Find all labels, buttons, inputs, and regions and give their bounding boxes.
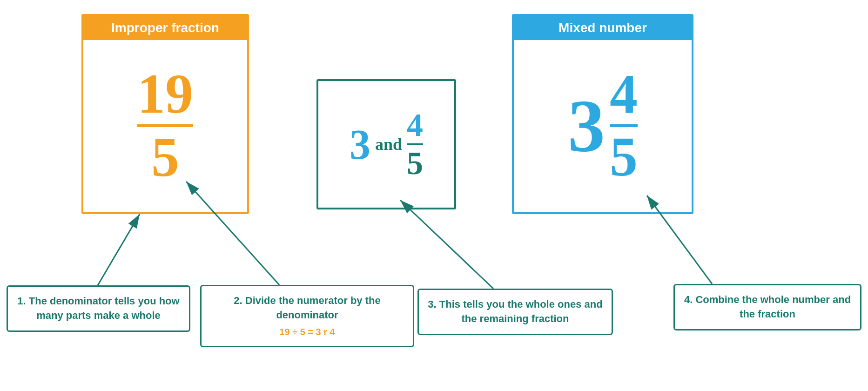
mixed-fraction: 4 5 xyxy=(610,67,638,185)
middle-whole: 3 xyxy=(350,121,370,169)
improper-fraction-card: Improper fraction 19 5 xyxy=(81,14,249,214)
mixed-denominator: 5 xyxy=(610,129,638,185)
ann3-number: 3. xyxy=(428,298,439,310)
mixed-card-body: 3 4 5 xyxy=(514,40,692,211)
ann2-number: 2. xyxy=(234,295,245,306)
annotation-4: 4. Combine the whole number and the frac… xyxy=(673,284,861,330)
ann1-text: The denominator tells you how many parts… xyxy=(29,295,180,321)
ann2-text: Divide the numerator by the denominator xyxy=(245,295,381,321)
svg-line-1 xyxy=(98,214,140,285)
improper-card-header: Improper fraction xyxy=(83,16,247,40)
annotation-2: 2. Divide the numerator by the denominat… xyxy=(200,285,414,347)
improper-card-body: 19 5 xyxy=(83,40,247,211)
mixed-whole: 3 xyxy=(568,88,605,163)
improper-numerator: 19 xyxy=(137,66,193,122)
mixed-card-title: Mixed number xyxy=(558,20,647,35)
middle-card: 3 and 4 5 xyxy=(316,79,456,209)
mixed-number-card: Mixed number 3 4 5 xyxy=(512,14,693,214)
svg-line-3 xyxy=(400,200,493,289)
ann3-text: This tells you the whole ones and the re… xyxy=(439,298,603,324)
middle-card-body: 3 and 4 5 xyxy=(318,81,454,208)
middle-fraction: 4 5 xyxy=(407,109,423,180)
improper-fraction: 19 5 xyxy=(137,66,193,185)
improper-denominator: 5 xyxy=(151,129,179,185)
ann4-number: 4. xyxy=(684,294,695,305)
scene: Improper fraction 19 5 3 and 4 5 Mixed n… xyxy=(0,0,868,391)
middle-numerator: 4 xyxy=(407,109,423,142)
ann1-number: 1. xyxy=(17,295,28,307)
ann2-equation: 19 ÷ 5 = 3 r 4 xyxy=(210,325,404,338)
mixed-card-header: Mixed number xyxy=(514,16,692,40)
middle-denominator: 5 xyxy=(407,147,423,180)
annotation-3: 3. This tells you the whole ones and the… xyxy=(417,289,613,335)
ann4-text: Combine the whole number and the fractio… xyxy=(695,294,851,320)
middle-and: and xyxy=(375,135,402,154)
mixed-numerator: 4 xyxy=(610,67,638,122)
annotation-1: 1. The denominator tells you how many pa… xyxy=(7,285,190,332)
improper-card-title: Improper fraction xyxy=(111,20,219,35)
